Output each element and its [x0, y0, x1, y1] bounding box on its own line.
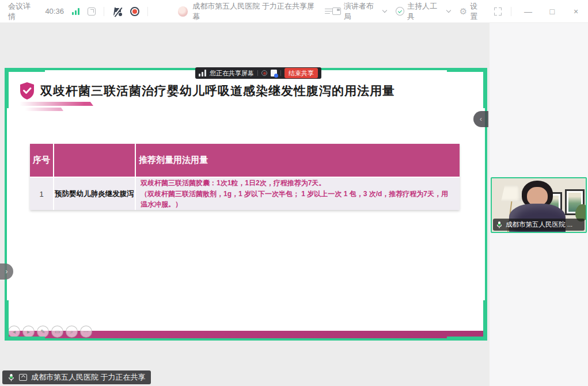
more-options-button[interactable]: ⋯	[80, 326, 92, 338]
table-row: 1 预防婴幼儿肺炎继发腹泻 双歧杆菌三联活菌胶囊：1次1粒，1日2次，疗程推荐为…	[30, 178, 460, 210]
table-cell-dosage: 双歧杆菌三联活菌胶囊：1次1粒，1日2次，疗程推荐为7天。 （双歧杆菌三联活菌散…	[136, 178, 460, 210]
recording-indicator-icon[interactable]	[130, 7, 139, 16]
divider	[511, 7, 511, 16]
divider	[257, 70, 258, 76]
window-title-bar: 会议详情 40:36 成都市第五人民医院 于力正在共享屏幕 演讲者布局 主持人工…	[0, 0, 588, 23]
close-button[interactable]: ×	[568, 7, 583, 16]
share-border-corner	[5, 68, 45, 108]
zoom-button[interactable]: ⌕	[66, 326, 78, 338]
presentation-slide: 双歧杆菌三联活菌治疗婴幼儿呼吸道感染继发性腹泻的用法用量 序号 推荐剂量用法用量…	[7, 70, 485, 338]
share-signal-icon	[199, 70, 206, 77]
participant-name-label: 成都市第五人民医院 ...	[493, 219, 585, 231]
meeting-timer: 40:36	[45, 7, 64, 16]
screen-share-icon	[19, 374, 27, 381]
dosage-table: 序号 推荐剂量用法用量 1 预防婴幼儿肺炎继发腹泻 双歧杆菌三联活菌胶囊：1次1…	[30, 144, 460, 210]
divider	[104, 7, 104, 16]
microphone-icon	[7, 373, 15, 382]
table-header-item	[54, 144, 135, 177]
shared-screen-region: 双歧杆菌三联活菌治疗婴幼儿呼吸道感染继发性腹泻的用法用量 序号 推荐剂量用法用量…	[5, 68, 487, 341]
table-header-row: 序号 推荐剂量用法用量	[30, 144, 460, 177]
microphone-icon	[496, 221, 503, 229]
docs-icon[interactable]	[271, 70, 277, 77]
display-mode-button[interactable]: ▭	[51, 326, 63, 338]
share-status-text: 您正在共享屏幕	[210, 69, 254, 78]
sharing-status-pill: 成都市第五人民医院 于力正在共享	[2, 370, 151, 384]
host-tools-button[interactable]: 主持人工具	[396, 1, 450, 22]
table-header-index: 序号	[30, 144, 53, 177]
fullscreen-icon[interactable]	[494, 7, 502, 16]
chevron-down-icon	[382, 7, 387, 12]
collapse-video-panel-handle[interactable]: ‹	[473, 111, 488, 127]
presenter-avatar	[178, 6, 188, 17]
minimize-button[interactable]: —	[521, 7, 536, 16]
participant-video-tile[interactable]: 成都市第五人民医院 ...	[491, 177, 587, 233]
share-border-corner	[447, 68, 487, 108]
chevron-down-icon	[446, 7, 451, 12]
share-border-corner	[5, 300, 45, 341]
sharing-status-title: 成都市第五人民医院 于力正在共享屏幕	[192, 1, 320, 22]
table-cell-index: 1	[30, 178, 53, 210]
participant-name-text: 成都市第五人民医院 ...	[506, 220, 572, 229]
video-strip-panel: 成都市第五人民医院 ...	[490, 23, 588, 386]
end-share-button[interactable]: 结束共享	[284, 68, 318, 78]
share-border-corner	[447, 300, 487, 341]
host-tools-label: 主持人工具	[407, 1, 444, 22]
flag-off-icon[interactable]	[112, 7, 122, 16]
divider	[280, 70, 281, 76]
shield-check-icon	[396, 7, 404, 16]
settings-label: 设置	[470, 1, 484, 22]
settings-button[interactable]: ⚙ 设置	[460, 1, 485, 22]
slide-title: 双歧杆菌三联活菌治疗婴幼儿呼吸道感染继发性腹泻的用法用量	[40, 83, 395, 99]
table-header-dosage: 推荐剂量用法用量	[136, 144, 460, 177]
lamp-decor	[501, 185, 522, 201]
dosage-line-2: （双歧杆菌三联活菌散剂，1g，1 岁以下一次半包； 1 岁以上一次 1 包，3 …	[141, 189, 455, 210]
maximize-button[interactable]: □	[545, 7, 560, 16]
recording-icon[interactable]	[261, 70, 267, 76]
meeting-details-link[interactable]: 会议详情	[8, 1, 37, 22]
speaker-layout-button[interactable]: 演讲者布局	[332, 1, 386, 22]
layout-icon	[332, 7, 341, 15]
sharing-status-pill-text: 成都市第五人民医院 于力正在共享	[31, 372, 146, 383]
dosage-line-1: 双歧杆菌三联活菌胶囊：1次1粒，1日2次，疗程推荐为7天。	[141, 178, 325, 189]
network-signal-icon	[72, 8, 79, 15]
pop-out-icon[interactable]	[88, 7, 96, 16]
speaker-layout-label: 演讲者布局	[344, 1, 381, 22]
table-cell-item: 预防婴幼儿肺炎继发腹泻	[54, 178, 135, 210]
gear-icon: ⚙	[460, 7, 467, 16]
share-info-list-icon[interactable]	[325, 9, 332, 14]
share-status-toolbar: 您正在共享屏幕 结束共享	[195, 67, 321, 79]
divider	[147, 7, 148, 16]
